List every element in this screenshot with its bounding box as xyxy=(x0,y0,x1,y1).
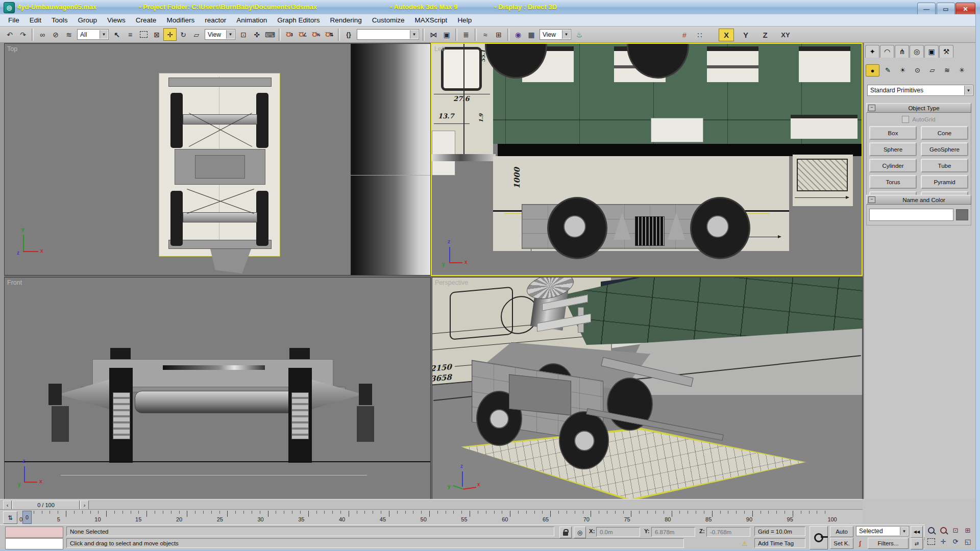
chevron-down-icon[interactable]: ▼ xyxy=(562,30,570,39)
window-crossing-icon[interactable]: ⊠ xyxy=(150,28,163,41)
material-editor-icon[interactable]: ◉ xyxy=(511,28,525,41)
select-by-name-icon[interactable]: ≡ xyxy=(124,28,137,41)
track-bar[interactable]: ⇅ 05101520253035404550556065707580859095… xyxy=(0,509,863,525)
menu-item[interactable]: MAXScript xyxy=(410,15,453,26)
viewport-left[interactable]: Left 55.1 27.6 13.7 1.9 1000 754 xyxy=(431,43,863,276)
key-mode-toggle-icon[interactable]: ⇄ xyxy=(911,538,923,549)
time-slider-handle[interactable]: 0 / 100 xyxy=(12,500,80,510)
collapse-icon[interactable]: − xyxy=(868,196,875,203)
array-icon[interactable]: ∷ xyxy=(693,29,706,41)
y-coord-field[interactable]: 6.878m xyxy=(651,527,695,537)
tab-modify[interactable]: ◠ xyxy=(880,45,894,58)
category-shapes-icon[interactable]: ✎ xyxy=(881,64,894,76)
go-to-start-icon[interactable]: ◀◀ xyxy=(911,526,923,538)
frame-indicator[interactable]: 0 xyxy=(22,511,32,524)
object-color-swatch[interactable] xyxy=(956,209,968,220)
zoom-icon[interactable] xyxy=(925,524,937,536)
zoom-region-icon[interactable] xyxy=(925,536,937,547)
collapse-icon[interactable]: − xyxy=(868,105,875,111)
menu-item[interactable]: Tools xyxy=(46,15,73,26)
percent-snap-icon[interactable]: Ω% xyxy=(309,28,323,41)
zoom-extents-icon[interactable]: ⊡ xyxy=(949,524,962,536)
close-button[interactable]: ✕ xyxy=(955,3,975,15)
chevron-down-icon[interactable]: ▼ xyxy=(226,30,234,39)
menu-item[interactable]: Edit xyxy=(24,15,46,26)
set-key-button[interactable]: Set K. xyxy=(830,538,853,549)
render-scene-icon[interactable]: ▦ xyxy=(525,28,538,41)
menu-item[interactable]: Customize xyxy=(367,15,410,26)
layer-manager-icon[interactable]: ≣ xyxy=(459,28,473,41)
bind-to-spacewarp-icon[interactable]: ≋ xyxy=(62,28,76,41)
select-and-scale-icon[interactable]: ▱ xyxy=(190,28,203,41)
menu-item[interactable]: Group xyxy=(73,15,103,26)
select-and-link-icon[interactable]: ∞ xyxy=(36,28,49,41)
frame-back-button[interactable]: ‹ xyxy=(3,500,12,510)
mini-curve-editor-icon[interactable]: ⇅ xyxy=(3,511,17,524)
arc-rotate-icon[interactable]: ⟳ xyxy=(949,536,962,547)
minimize-button[interactable]: — xyxy=(917,3,936,15)
viewport-left-label[interactable]: Left xyxy=(434,45,445,53)
primitive-button[interactable]: Tube xyxy=(921,159,968,172)
category-systems-icon[interactable]: ✳ xyxy=(955,64,968,76)
zoom-extents-all-icon[interactable]: ⊞ xyxy=(962,524,974,536)
axis-x-button[interactable]: X xyxy=(719,29,734,41)
reference-coordinate-dropdown[interactable]: View ▼ xyxy=(205,29,235,40)
zoom-all-icon[interactable] xyxy=(937,524,949,536)
snaps-toggle-icon[interactable]: Ω3 xyxy=(283,28,296,41)
selection-filter-dropdown[interactable]: All ▼ xyxy=(77,29,109,40)
maxscript-listener-white[interactable] xyxy=(5,538,63,549)
auto-key-button[interactable]: Auto xyxy=(830,526,853,537)
autogrid-toggle-icon[interactable]: # xyxy=(678,29,691,41)
object-name-input[interactable] xyxy=(869,209,953,221)
spinner-snap-icon[interactable]: Ω⇅ xyxy=(323,28,336,41)
primitive-button[interactable]: Cone xyxy=(921,126,968,140)
add-time-tag[interactable]: Add Time Tag xyxy=(754,538,805,548)
quick-render-icon[interactable]: ♨ xyxy=(573,28,586,41)
menu-item[interactable]: Modifiers xyxy=(161,15,200,26)
category-spacewarps-icon[interactable]: ≋ xyxy=(941,64,953,76)
redo-icon[interactable]: ↷ xyxy=(16,28,30,41)
axis-xy-button[interactable]: XY xyxy=(777,29,794,41)
tab-display[interactable]: ▣ xyxy=(924,45,939,58)
default-tangent-icon[interactable]: ∫ xyxy=(854,538,866,548)
select-object-icon[interactable]: ↖ xyxy=(110,28,124,41)
primitive-button[interactable]: Pyramid xyxy=(921,175,968,189)
render-type-dropdown[interactable]: View ▼ xyxy=(540,29,571,40)
geometry-category-dropdown[interactable]: Standard Primitives ▼ xyxy=(867,85,973,96)
maximize-viewport-icon[interactable]: ◱ xyxy=(962,536,974,547)
menu-item[interactable]: File xyxy=(3,15,24,26)
time-slider-track[interactable]: ‹ 0 / 100 › xyxy=(0,499,863,510)
named-selection-dropdown[interactable]: ▼ xyxy=(357,29,419,40)
frame-forward-button[interactable]: › xyxy=(80,500,89,510)
tab-motion[interactable]: ◎ xyxy=(910,45,924,58)
menu-item[interactable]: Rendering xyxy=(325,15,367,26)
category-geometry-icon[interactable]: ● xyxy=(866,64,879,77)
set-keys-button[interactable] xyxy=(810,526,828,549)
menu-item[interactable]: Graph Editors xyxy=(272,15,325,26)
schematic-view-icon[interactable]: ⊞ xyxy=(492,28,505,41)
align-icon[interactable]: ▣ xyxy=(440,28,453,41)
viewport-perspective-label[interactable]: Perspective xyxy=(435,279,468,286)
filters-button[interactable]: Filters... xyxy=(868,538,909,549)
category-lights-icon[interactable]: ☀ xyxy=(896,64,909,76)
key-filter-dropdown[interactable]: Selected ▼ xyxy=(856,526,909,536)
menu-item[interactable]: Help xyxy=(452,15,477,26)
named-selection-sets-icon[interactable]: {} xyxy=(342,28,355,41)
tab-hierarchy[interactable]: ⋔ xyxy=(895,45,909,58)
chevron-down-icon[interactable]: ▼ xyxy=(410,30,418,39)
viewport-front[interactable]: Front z y x xyxy=(4,277,431,500)
category-cameras-icon[interactable]: ⊙ xyxy=(911,64,924,76)
menu-item[interactable]: Animation xyxy=(231,15,272,26)
x-coord-field[interactable]: 0.0m xyxy=(596,527,640,537)
primitive-button[interactable]: Cylinder xyxy=(869,159,917,172)
menu-item[interactable]: Views xyxy=(102,15,131,26)
axis-z-button[interactable]: Z xyxy=(757,29,773,41)
angle-snap-icon[interactable]: Ω∠ xyxy=(296,28,309,41)
use-pivot-center-icon[interactable]: ⊡ xyxy=(237,28,250,41)
chevron-down-icon[interactable]: ▼ xyxy=(964,86,972,95)
unlink-selection-icon[interactable]: ⊘ xyxy=(49,28,62,41)
select-and-move-icon[interactable]: ✛ xyxy=(163,28,177,41)
pan-icon[interactable]: ✛ xyxy=(937,536,949,547)
z-coord-field[interactable]: -0.768m xyxy=(706,527,750,537)
keyboard-override-icon[interactable]: ⌨ xyxy=(263,28,277,41)
